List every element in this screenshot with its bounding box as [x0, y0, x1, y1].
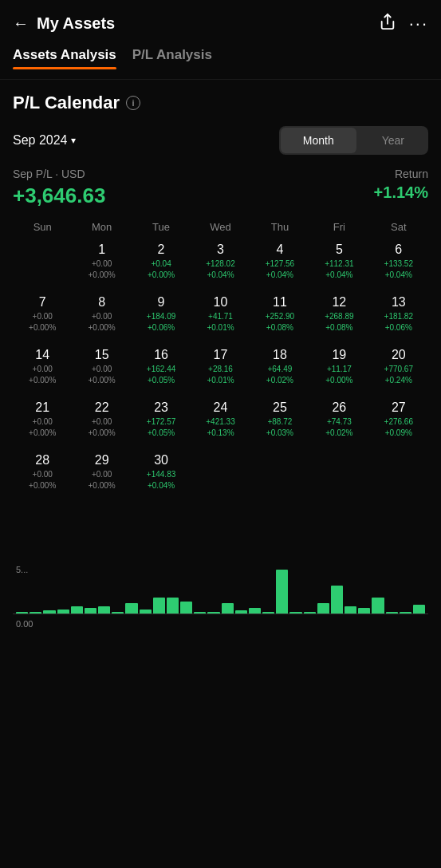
day-cell[interactable]: 15 +0.00+0.00% [72, 345, 131, 394]
period-selector[interactable]: Sep 2024 ▾ [13, 133, 76, 148]
day-number: 18 [273, 348, 287, 362]
day-cell[interactable]: 8 +0.00+0.00% [72, 292, 131, 341]
info-icon[interactable]: i [126, 96, 140, 110]
pl-right: Return +1.14% [374, 168, 428, 202]
day-pl: +0.00+0.00% [89, 258, 116, 281]
pl-left: Sep P/L · USD +3,646.63 [13, 168, 105, 208]
chart-bar [98, 606, 110, 614]
period-row: Sep 2024 ▾ Month Year [13, 126, 428, 155]
return-label: Return [374, 168, 428, 180]
chart-baseline [13, 614, 428, 614]
tab-assets-analysis[interactable]: Assets Analysis [13, 44, 116, 66]
day-number: 1 [98, 243, 105, 257]
day-pl: +181.82+0.06% [384, 311, 413, 333]
day-cell[interactable]: 11 +252.90+0.08% [250, 292, 309, 341]
day-cell[interactable]: 17 +28.16+0.01% [191, 345, 250, 394]
day-number: 24 [214, 400, 228, 415]
toggle-year[interactable]: Year [360, 128, 427, 153]
day-cell[interactable]: 30 +144.83+0.04% [132, 450, 191, 499]
day-number: 21 [35, 400, 49, 415]
return-value: +1.14% [374, 183, 428, 202]
day-pl: +41.71+0.01% [207, 311, 234, 333]
header-left: ← My Assets [13, 14, 115, 33]
day-pl: +74.73+0.02% [325, 416, 352, 439]
day-cell[interactable]: 6 +133.52+0.04% [369, 239, 428, 289]
chart-bar [125, 603, 137, 614]
day-number: 11 [273, 295, 287, 310]
day-cell[interactable]: 29 +0.00+0.00% [72, 450, 131, 499]
day-cell[interactable]: 20 +770.67+0.24% [369, 345, 428, 394]
empty-cell [250, 450, 309, 499]
day-pl: +64.49+0.02% [266, 364, 293, 386]
chart-bar [153, 598, 165, 614]
day-cell[interactable]: 14 +0.00+0.00% [13, 345, 72, 394]
pl-label: Sep P/L · USD [13, 168, 105, 180]
chart-bar [276, 570, 288, 614]
day-pl: +28.16+0.01% [207, 364, 234, 386]
day-cell[interactable]: 1 +0.00+0.00% [72, 239, 131, 289]
day-cell[interactable]: 21 +0.00+0.00% [13, 397, 72, 447]
empty-cell [13, 503, 72, 552]
chart-bar [85, 608, 96, 614]
more-icon[interactable]: ··· [409, 14, 428, 34]
day-cell[interactable]: 2 +0.04+0.00% [132, 239, 191, 289]
day-number: 29 [95, 453, 109, 468]
day-cell[interactable]: 19 +11.17+0.00% [309, 345, 368, 394]
day-cell[interactable]: 12 +268.89+0.08% [309, 292, 368, 341]
empty-cell [369, 450, 428, 499]
section-title-row: P/L Calendar i [13, 93, 428, 113]
chart-bars [16, 566, 425, 614]
day-pl: +770.67+0.24% [384, 364, 413, 386]
dow-mon: Mon [72, 221, 131, 233]
day-number: 3 [217, 243, 224, 257]
chart-label-bottom: 0.00 [16, 619, 33, 629]
day-cell[interactable]: 26 +74.73+0.02% [309, 397, 368, 447]
day-cell[interactable]: 23 +172.57+0.05% [132, 397, 191, 447]
chart-bar [372, 598, 384, 614]
day-cell[interactable]: 10 +41.71+0.01% [191, 292, 250, 341]
dow-fri: Fri [309, 221, 368, 233]
day-cell[interactable]: 4 +127.56+0.04% [250, 239, 309, 289]
day-cell[interactable]: 13 +181.82+0.06% [369, 292, 428, 341]
share-icon[interactable] [379, 13, 396, 34]
chart-bar [317, 603, 329, 614]
day-pl: +172.57+0.05% [147, 416, 175, 439]
day-pl: +127.56+0.04% [266, 258, 294, 281]
day-number: 27 [392, 400, 406, 415]
day-pl: +133.52+0.04% [384, 258, 413, 281]
day-number: 23 [154, 400, 168, 415]
chart-bar [331, 586, 343, 614]
back-icon[interactable]: ← [13, 14, 29, 33]
dow-thu: Thu [250, 221, 309, 233]
toggle-month[interactable]: Month [281, 128, 356, 153]
day-cell[interactable]: 25 +88.72+0.03% [250, 397, 309, 447]
day-cell[interactable]: 7 +0.00+0.00% [13, 292, 72, 341]
empty-cell [13, 239, 72, 289]
dow-tue: Tue [132, 221, 191, 233]
day-pl: +0.00+0.00% [89, 416, 116, 439]
chart-bar [413, 605, 425, 614]
day-number: 25 [273, 400, 287, 415]
day-cell[interactable]: 3 +128.02+0.04% [191, 239, 250, 289]
day-cell[interactable]: 24 +421.33+0.13% [191, 397, 250, 447]
day-number: 12 [332, 295, 346, 310]
content: P/L Calendar i Sep 2024 ▾ Month Year Sep… [0, 80, 441, 641]
day-cell[interactable]: 18 +64.49+0.02% [250, 345, 309, 394]
day-cell[interactable]: 27 +276.66+0.09% [369, 397, 428, 447]
day-pl: +0.00+0.00% [29, 364, 56, 386]
day-pl: +0.00+0.00% [89, 311, 116, 333]
tab-pl-analysis[interactable]: P/L Analysis [132, 44, 212, 66]
day-cell[interactable]: 16 +162.44+0.05% [132, 345, 191, 394]
period-arrow: ▾ [71, 135, 76, 146]
day-cell[interactable]: 9 +184.09+0.06% [132, 292, 191, 341]
day-cell[interactable]: 22 +0.00+0.00% [72, 397, 131, 447]
day-number: 8 [98, 295, 105, 310]
day-number: 28 [35, 453, 49, 468]
day-number: 4 [276, 243, 283, 257]
chart-bar [222, 603, 234, 614]
calendar-header: Sun Mon Tue Wed Thu Fri Sat [13, 221, 428, 233]
day-number: 15 [95, 348, 109, 362]
day-cell[interactable]: 5 +112.31+0.04% [309, 239, 368, 289]
day-cell[interactable]: 28 +0.00+0.00% [13, 450, 72, 499]
dow-wed: Wed [191, 221, 250, 233]
